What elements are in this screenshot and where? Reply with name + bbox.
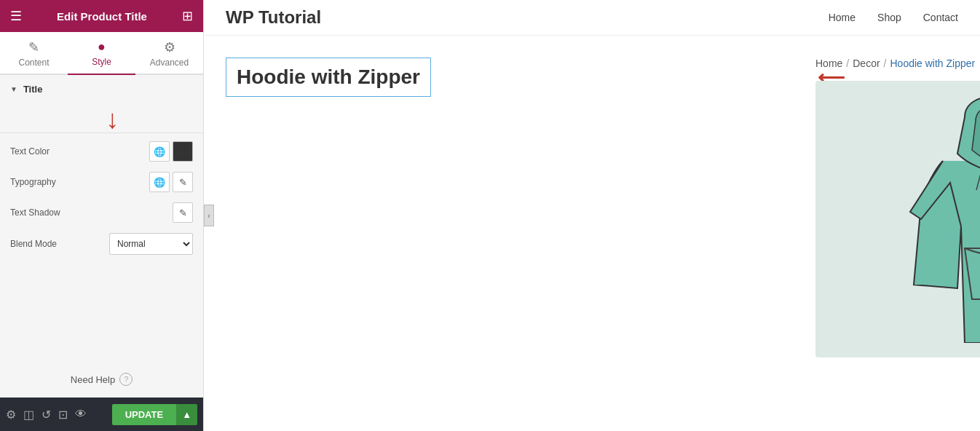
text-color-label: Text Color <box>10 146 50 157</box>
product-title-box[interactable]: Hoodie with Zipper <box>226 58 431 97</box>
grid-icon[interactable]: ⊞ <box>182 8 193 24</box>
breadcrumb-sep1: / <box>846 58 849 69</box>
product-title-text: Hoodie with Zipper <box>237 66 420 88</box>
top-nav: WP Tutorial Home Shop Contact <box>204 0 980 36</box>
collapse-sidebar-btn[interactable]: ‹ <box>204 205 214 226</box>
section-collapse-arrow: ▼ <box>10 85 17 93</box>
advanced-tab-label: Advanced <box>150 58 189 68</box>
text-color-controls: 🌐 <box>149 141 193 162</box>
blend-mode-controls: Normal Multiply Screen Overlay Darken Li… <box>109 233 193 255</box>
blend-mode-select[interactable]: Normal Multiply Screen Overlay Darken Li… <box>109 233 193 255</box>
typography-label: Typography <box>10 177 56 187</box>
settings-icon[interactable]: ⚙ <box>6 408 16 422</box>
text-shadow-controls: ✎ <box>173 202 193 223</box>
typography-globe-btn[interactable]: 🌐 <box>149 172 170 192</box>
content-tab-icon: ✎ <box>28 39 39 55</box>
main-area: WP Tutorial Home Shop Contact Hoodie wit… <box>204 0 980 431</box>
nav-shop[interactable]: Shop <box>877 12 901 23</box>
layers-icon[interactable]: ◫ <box>23 408 34 422</box>
undo-icon[interactable]: ↺ <box>42 408 51 422</box>
bottom-icon-group: ⚙ ◫ ↺ ⊡ 👁 <box>6 408 87 422</box>
red-down-arrow-icon: ↓ <box>106 106 119 133</box>
title-section-body: Text Color 🌐 Typography 🌐 ✎ Text Shadow … <box>0 133 203 266</box>
update-btn-group: UPDATE ▲ <box>112 404 197 425</box>
bottom-toolbar: ⚙ ◫ ↺ ⊡ 👁 UPDATE ▲ <box>0 398 203 431</box>
content-tab-label: Content <box>18 58 49 68</box>
sidebar: ☰ Edit Product Title ⊞ ✎ Content ● Style… <box>0 0 204 431</box>
text-shadow-label: Text Shadow <box>10 207 60 218</box>
title-section-label: Title <box>23 84 43 95</box>
nav-home[interactable]: Home <box>829 12 855 23</box>
responsive-icon[interactable]: ⊡ <box>58 408 68 422</box>
text-color-row: Text Color 🌐 <box>0 136 203 167</box>
text-shadow-row: Text Shadow ✎ <box>0 197 203 228</box>
breadcrumb-decor: Decor <box>853 58 880 69</box>
tab-bar: ✎ Content ● Style ⚙ Advanced <box>0 32 203 75</box>
help-icon[interactable]: ? <box>119 373 133 386</box>
tab-style[interactable]: ● Style <box>68 32 135 75</box>
advanced-tab-icon: ⚙ <box>164 39 175 55</box>
style-tab-label: Style <box>92 57 111 67</box>
preview-icon[interactable]: 👁 <box>75 408 87 421</box>
product-right-panel: Home / Decor / Hoodie with Zipper 🔍 <box>801 36 980 431</box>
breadcrumb-current[interactable]: Hoodie with Zipper <box>890 58 976 69</box>
style-tab-icon: ● <box>98 39 106 55</box>
sidebar-header: ☰ Edit Product Title ⊞ <box>0 0 203 32</box>
hoodie-illustration <box>899 95 980 343</box>
text-color-globe-btn[interactable]: 🌐 <box>149 141 170 162</box>
need-help-section: Need Help ? <box>0 361 203 398</box>
product-left-panel: Hoodie with Zipper ⟵ <box>204 36 801 431</box>
tab-content[interactable]: ✎ Content <box>0 32 68 75</box>
hamburger-icon[interactable]: ☰ <box>10 8 22 24</box>
breadcrumb-sep2: / <box>884 58 887 69</box>
breadcrumb-home: Home <box>815 58 842 69</box>
annotation-down-arrow: ↓ <box>0 103 203 133</box>
panel-content: ▼ Title ↓ Text Color 🌐 Typography 🌐 <box>0 75 203 361</box>
tab-advanced[interactable]: ⚙ Advanced <box>135 32 203 75</box>
blend-mode-label: Blend Mode <box>10 239 57 249</box>
product-title-wrapper: Hoodie with Zipper ⟵ <box>226 58 779 97</box>
product-image-container: 🔍 <box>815 81 980 357</box>
typography-edit-btn[interactable]: ✎ <box>173 172 193 192</box>
breadcrumb: Home / Decor / Hoodie with Zipper <box>815 58 975 69</box>
need-help-text: Need Help <box>71 374 115 385</box>
text-shadow-edit-btn[interactable]: ✎ <box>173 202 193 223</box>
update-dropdown-btn[interactable]: ▲ <box>176 404 197 425</box>
sidebar-title: Edit Product Title <box>57 10 147 23</box>
typography-controls: 🌐 ✎ <box>149 172 193 192</box>
content-area: Hoodie with Zipper ⟵ Home / Decor / Hood… <box>204 36 980 431</box>
typography-row: Typography 🌐 ✎ <box>0 167 203 197</box>
title-section-header[interactable]: ▼ Title <box>0 75 203 103</box>
blend-mode-row: Blend Mode Normal Multiply Screen Overla… <box>0 228 203 260</box>
nav-links: Home Shop Contact <box>829 12 958 23</box>
text-color-swatch[interactable] <box>173 141 193 162</box>
nav-contact[interactable]: Contact <box>923 12 958 23</box>
site-title: WP Tutorial <box>226 7 321 28</box>
update-button[interactable]: UPDATE <box>112 404 176 425</box>
